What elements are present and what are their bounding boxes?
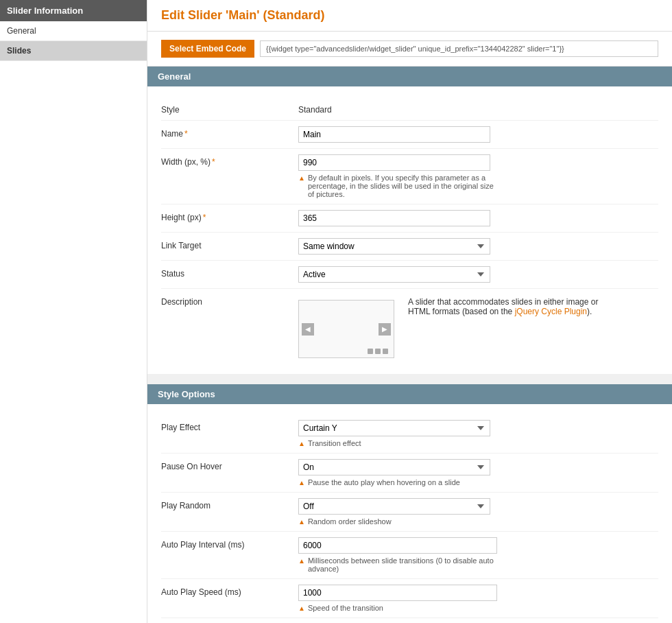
link-target-select[interactable]: Same window New window Parent Top (298, 238, 490, 255)
width-label: Width (px, %)* (161, 154, 298, 167)
sidebar-item-slides[interactable]: Slides (0, 41, 147, 61)
auto-play-speed-input[interactable] (298, 585, 497, 601)
play-random-hint-icon: ▲ (298, 518, 305, 526)
auto-play-interval-hint-icon: ▲ (298, 557, 305, 565)
slider-prev-icon: ◀ (302, 323, 314, 336)
embed-code-input[interactable] (260, 40, 658, 57)
pause-on-hover-label: Pause On Hover (161, 459, 298, 471)
play-effect-hint: Transition effect (308, 439, 361, 447)
play-random-label: Play Random (161, 498, 298, 510)
play-effect-hint-icon: ▲ (298, 440, 305, 447)
description-link[interactable]: jQuery Cycle Plugin (515, 307, 587, 316)
slider-dots (368, 349, 388, 354)
general-section-header: General (147, 67, 672, 86)
auto-play-interval-input[interactable] (298, 537, 497, 554)
play-effect-select[interactable]: Curtain Y Curtain X Fade Scroll Left Scr… (298, 420, 490, 436)
slider-preview: ◀ ▶ (298, 300, 394, 358)
style-options-section-header: Style Options (147, 384, 672, 404)
width-input[interactable] (298, 154, 490, 171)
description-text2: ). (587, 307, 592, 316)
select-embed-code-button[interactable]: Select Embed Code (161, 40, 254, 58)
auto-play-speed-hint: Speed of the transition (308, 604, 383, 612)
status-select[interactable]: Active Inactive (298, 266, 490, 283)
pause-on-hover-select[interactable]: On Off (298, 459, 490, 475)
width-hint: By default in pixels. If you specify thi… (308, 174, 497, 198)
auto-play-interval-hint: Milliseconds between slide transitions (… (308, 556, 497, 573)
name-label: Name* (161, 126, 298, 139)
style-label: Style (161, 102, 298, 115)
play-random-select[interactable]: Off On (298, 498, 490, 515)
pause-on-hover-hint: Pause the auto play when hovering on a s… (308, 478, 460, 486)
style-value: Standard (298, 102, 658, 115)
width-hint-icon: ▲ (298, 174, 305, 182)
play-random-hint: Random order slideshow (308, 517, 392, 526)
auto-play-interval-label: Auto Play Interval (ms) (161, 537, 298, 550)
auto-play-speed-hint-icon: ▲ (298, 604, 305, 612)
height-label: Height (px)* (161, 210, 298, 222)
link-target-label: Link Target (161, 238, 298, 250)
pause-on-hover-hint-icon: ▲ (298, 479, 305, 486)
sidebar-item-general[interactable]: General (0, 21, 147, 41)
play-effect-label: Play Effect (161, 420, 298, 432)
sidebar-title: Slider Information (0, 0, 147, 21)
status-label: Status (161, 266, 298, 279)
auto-play-speed-label: Auto Play Speed (ms) (161, 585, 298, 597)
page-title: Edit Slider 'Main' (Standard) (161, 8, 658, 23)
height-input[interactable] (298, 210, 490, 226)
description-label: Description (161, 294, 298, 307)
slider-next-icon: ▶ (379, 323, 391, 336)
name-input[interactable] (298, 126, 490, 143)
